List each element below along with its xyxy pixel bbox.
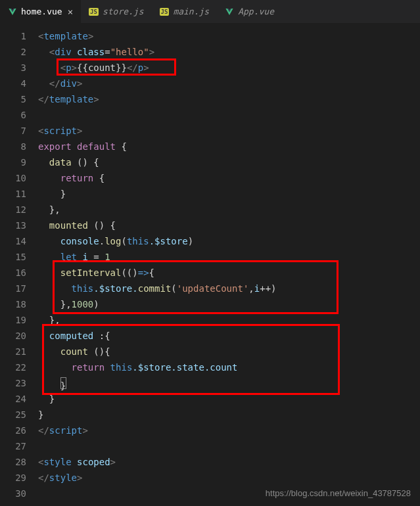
- code-line: },1000): [38, 296, 420, 312]
- code-line: let i = 1: [38, 249, 420, 265]
- watermark: https://blog.csdn.net/weixin_43787528: [266, 488, 411, 498]
- code-line: [38, 107, 420, 123]
- tab-app-vue[interactable]: App.vue: [217, 0, 282, 23]
- tab-home-vue[interactable]: home.vue ×: [0, 0, 81, 23]
- code-line: computed :{: [38, 328, 420, 344]
- code-line: mounted () {: [38, 218, 420, 233]
- code-line: <p>{{count}}</p>: [38, 60, 420, 76]
- code-line: }: [38, 407, 420, 423]
- code-line: count (){: [38, 344, 420, 359]
- line-number-gutter: 1234567891011121314151617181920212223242…: [0, 28, 38, 501]
- code-line: </div>: [38, 76, 420, 91]
- code-line: return {: [38, 170, 420, 186]
- code-line: <style scoped>: [38, 454, 420, 470]
- cursor: }: [60, 377, 66, 389]
- code-line: setInterval(()=>{: [38, 265, 420, 281]
- close-icon[interactable]: ×: [68, 7, 73, 17]
- tab-store-js[interactable]: JS store.js: [81, 0, 151, 23]
- code-line: export default {: [38, 139, 420, 154]
- code-line: }: [38, 186, 420, 202]
- code-line: </style>: [38, 470, 420, 486]
- code-line: <div class="hello">: [38, 44, 420, 60]
- tab-bar: home.vue × JS store.js JS main.js App.vu…: [0, 0, 420, 23]
- code-editor[interactable]: 1234567891011121314151617181920212223242…: [0, 23, 420, 501]
- tab-label: main.js: [173, 7, 209, 16]
- code-line: </script>: [38, 423, 420, 438]
- code-content[interactable]: <template> <div class="hello"> <p>{{coun…: [38, 28, 420, 501]
- vue-icon: [225, 7, 234, 16]
- tab-main-js[interactable]: JS main.js: [152, 0, 218, 23]
- tab-label: store.js: [103, 7, 144, 16]
- tab-label: App.vue: [238, 7, 274, 16]
- code-line: },: [38, 312, 420, 328]
- code-line: <template>: [38, 28, 420, 44]
- js-icon: JS: [160, 8, 170, 16]
- code-line: }: [38, 375, 420, 391]
- code-line: return this.$store.state.count: [38, 359, 420, 375]
- code-line: </template>: [38, 91, 420, 107]
- vue-icon: [8, 7, 17, 16]
- code-line: }: [38, 391, 420, 407]
- js-icon: JS: [89, 8, 99, 16]
- code-line: },: [38, 202, 420, 218]
- code-line: [38, 438, 420, 454]
- tab-label: home.vue: [21, 7, 62, 16]
- code-line: data () {: [38, 154, 420, 170]
- code-line: <script>: [38, 123, 420, 139]
- code-line: console.log(this.$store): [38, 233, 420, 249]
- code-line: this.$store.commit('updateCount',i++): [38, 281, 420, 296]
